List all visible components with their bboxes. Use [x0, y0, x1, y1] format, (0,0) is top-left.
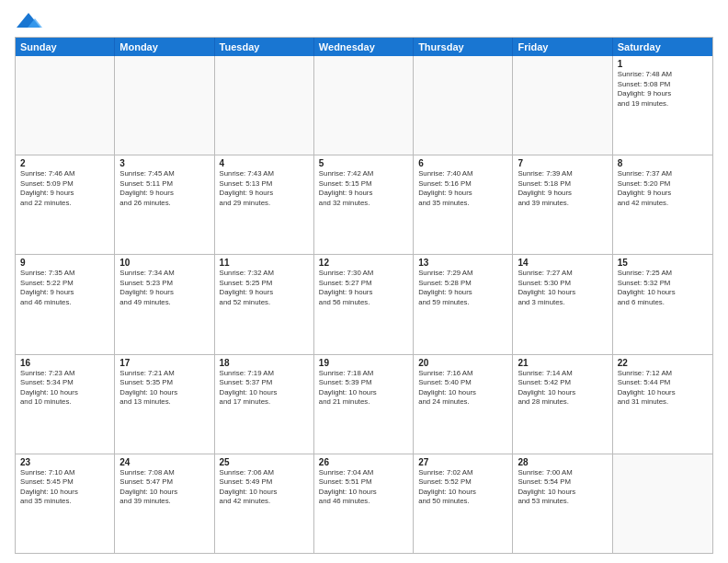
day-number: 3 [119, 158, 209, 168]
cell-info: Sunrise: 7:18 AM Sunset: 5:39 PM Dayligh… [319, 369, 408, 408]
cell-info: Sunrise: 7:40 AM Sunset: 5:16 PM Dayligh… [418, 169, 507, 208]
calendar-cell: 11Sunrise: 7:32 AM Sunset: 5:25 PM Dayli… [215, 255, 314, 353]
calendar-cell [115, 56, 214, 155]
cell-info: Sunrise: 7:43 AM Sunset: 5:13 PM Dayligh… [220, 169, 309, 208]
day-number: 10 [119, 258, 209, 268]
header-day-thursday: Thursday [414, 38, 513, 56]
cell-info: Sunrise: 7:29 AM Sunset: 5:28 PM Dayligh… [418, 269, 507, 307]
cell-info: Sunrise: 7:37 AM Sunset: 5:20 PM Dayligh… [618, 169, 708, 208]
cell-info: Sunrise: 7:25 AM Sunset: 5:32 PM Dayligh… [618, 269, 708, 307]
calendar-cell: 12Sunrise: 7:30 AM Sunset: 5:27 PM Dayli… [314, 255, 414, 353]
calendar-cell [314, 56, 414, 155]
day-number: 5 [319, 158, 408, 168]
calendar-cell [613, 454, 712, 553]
day-number: 18 [220, 358, 309, 368]
calendar-row-4: 23Sunrise: 7:10 AM Sunset: 5:45 PM Dayli… [16, 454, 712, 553]
calendar-cell: 3Sunrise: 7:45 AM Sunset: 5:11 PM Daylig… [115, 155, 214, 254]
calendar-cell: 20Sunrise: 7:16 AM Sunset: 5:40 PM Dayli… [414, 355, 513, 454]
day-number: 11 [220, 258, 309, 268]
cell-info: Sunrise: 7:08 AM Sunset: 5:47 PM Dayligh… [119, 468, 209, 507]
header-day-tuesday: Tuesday [215, 38, 314, 56]
cell-info: Sunrise: 7:04 AM Sunset: 5:51 PM Dayligh… [319, 468, 408, 507]
calendar-cell: 10Sunrise: 7:34 AM Sunset: 5:23 PM Dayli… [115, 255, 214, 353]
cell-info: Sunrise: 7:46 AM Sunset: 5:09 PM Dayligh… [20, 169, 109, 208]
day-number: 17 [119, 358, 209, 368]
cell-info: Sunrise: 7:27 AM Sunset: 5:30 PM Dayligh… [518, 269, 607, 307]
day-number: 2 [20, 158, 109, 168]
calendar-cell: 9Sunrise: 7:35 AM Sunset: 5:22 PM Daylig… [16, 255, 115, 353]
day-number: 28 [518, 457, 607, 467]
day-number: 1 [618, 59, 708, 69]
header-day-wednesday: Wednesday [314, 38, 414, 56]
calendar-cell: 8Sunrise: 7:37 AM Sunset: 5:20 PM Daylig… [613, 155, 712, 254]
calendar-cell [16, 56, 115, 155]
cell-info: Sunrise: 7:23 AM Sunset: 5:34 PM Dayligh… [20, 369, 109, 408]
day-number: 19 [319, 358, 408, 368]
cell-info: Sunrise: 7:48 AM Sunset: 5:08 PM Dayligh… [618, 70, 708, 109]
day-number: 12 [319, 258, 408, 268]
calendar-cell: 13Sunrise: 7:29 AM Sunset: 5:28 PM Dayli… [414, 255, 513, 353]
cell-info: Sunrise: 7:34 AM Sunset: 5:23 PM Dayligh… [119, 269, 209, 307]
cell-info: Sunrise: 7:06 AM Sunset: 5:49 PM Dayligh… [220, 468, 309, 507]
calendar-cell: 18Sunrise: 7:19 AM Sunset: 5:37 PM Dayli… [215, 355, 314, 454]
calendar-cell: 5Sunrise: 7:42 AM Sunset: 5:15 PM Daylig… [314, 155, 414, 254]
calendar-cell [414, 56, 513, 155]
calendar-cell: 6Sunrise: 7:40 AM Sunset: 5:16 PM Daylig… [414, 155, 513, 254]
calendar-cell: 27Sunrise: 7:02 AM Sunset: 5:52 PM Dayli… [414, 454, 513, 553]
day-number: 16 [20, 358, 109, 368]
cell-info: Sunrise: 7:12 AM Sunset: 5:44 PM Dayligh… [618, 369, 708, 408]
calendar-cell: 2Sunrise: 7:46 AM Sunset: 5:09 PM Daylig… [16, 155, 115, 254]
day-number: 8 [618, 158, 708, 168]
calendar-cell: 1Sunrise: 7:48 AM Sunset: 5:08 PM Daylig… [613, 56, 712, 155]
day-number: 15 [618, 258, 708, 268]
calendar-row-1: 2Sunrise: 7:46 AM Sunset: 5:09 PM Daylig… [16, 155, 712, 254]
calendar-header: SundayMondayTuesdayWednesdayThursdayFrid… [16, 38, 712, 56]
cell-info: Sunrise: 7:00 AM Sunset: 5:54 PM Dayligh… [518, 468, 607, 507]
logo-icon [15, 11, 42, 31]
cell-info: Sunrise: 7:32 AM Sunset: 5:25 PM Dayligh… [220, 269, 309, 307]
header-day-friday: Friday [513, 38, 612, 56]
calendar-cell: 24Sunrise: 7:08 AM Sunset: 5:47 PM Dayli… [115, 454, 214, 553]
header-day-saturday: Saturday [613, 38, 712, 56]
day-number: 26 [319, 457, 408, 467]
day-number: 14 [518, 258, 607, 268]
cell-info: Sunrise: 7:10 AM Sunset: 5:45 PM Dayligh… [20, 468, 109, 507]
cell-info: Sunrise: 7:45 AM Sunset: 5:11 PM Dayligh… [119, 169, 209, 208]
calendar-cell: 14Sunrise: 7:27 AM Sunset: 5:30 PM Dayli… [513, 255, 612, 353]
calendar-cell: 7Sunrise: 7:39 AM Sunset: 5:18 PM Daylig… [513, 155, 612, 254]
calendar-cell: 16Sunrise: 7:23 AM Sunset: 5:34 PM Dayli… [16, 355, 115, 454]
calendar-row-0: 1Sunrise: 7:48 AM Sunset: 5:08 PM Daylig… [16, 56, 712, 155]
page: SundayMondayTuesdayWednesdayThursdayFrid… [0, 0, 728, 563]
cell-info: Sunrise: 7:02 AM Sunset: 5:52 PM Dayligh… [418, 468, 507, 507]
calendar-cell: 26Sunrise: 7:04 AM Sunset: 5:51 PM Dayli… [314, 454, 414, 553]
day-number: 23 [20, 457, 109, 467]
calendar-cell: 21Sunrise: 7:14 AM Sunset: 5:42 PM Dayli… [513, 355, 612, 454]
calendar: SundayMondayTuesdayWednesdayThursdayFrid… [15, 37, 713, 554]
calendar-row-3: 16Sunrise: 7:23 AM Sunset: 5:34 PM Dayli… [16, 354, 712, 454]
calendar-cell: 4Sunrise: 7:43 AM Sunset: 5:13 PM Daylig… [215, 155, 314, 254]
header-day-monday: Monday [115, 38, 214, 56]
cell-info: Sunrise: 7:35 AM Sunset: 5:22 PM Dayligh… [20, 269, 109, 307]
calendar-row-2: 9Sunrise: 7:35 AM Sunset: 5:22 PM Daylig… [16, 254, 712, 353]
day-number: 13 [418, 258, 507, 268]
calendar-cell: 19Sunrise: 7:18 AM Sunset: 5:39 PM Dayli… [314, 355, 414, 454]
day-number: 21 [518, 358, 607, 368]
calendar-cell: 23Sunrise: 7:10 AM Sunset: 5:45 PM Dayli… [16, 454, 115, 553]
calendar-cell: 15Sunrise: 7:25 AM Sunset: 5:32 PM Dayli… [613, 255, 712, 353]
calendar-cell: 17Sunrise: 7:21 AM Sunset: 5:35 PM Dayli… [115, 355, 214, 454]
cell-info: Sunrise: 7:30 AM Sunset: 5:27 PM Dayligh… [319, 269, 408, 307]
day-number: 20 [418, 358, 507, 368]
calendar-cell: 28Sunrise: 7:00 AM Sunset: 5:54 PM Dayli… [513, 454, 612, 553]
calendar-cell [215, 56, 314, 155]
day-number: 24 [119, 457, 209, 467]
calendar-body: 1Sunrise: 7:48 AM Sunset: 5:08 PM Daylig… [16, 56, 712, 553]
day-number: 9 [20, 258, 109, 268]
header [15, 11, 713, 31]
cell-info: Sunrise: 7:16 AM Sunset: 5:40 PM Dayligh… [418, 369, 507, 408]
cell-info: Sunrise: 7:14 AM Sunset: 5:42 PM Dayligh… [518, 369, 607, 408]
cell-info: Sunrise: 7:19 AM Sunset: 5:37 PM Dayligh… [220, 369, 309, 408]
calendar-cell: 25Sunrise: 7:06 AM Sunset: 5:49 PM Dayli… [215, 454, 314, 553]
logo [15, 11, 46, 31]
calendar-cell [513, 56, 612, 155]
day-number: 25 [220, 457, 309, 467]
